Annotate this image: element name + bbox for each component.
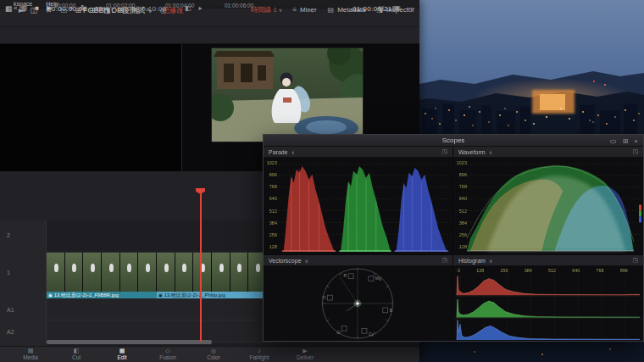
page-tab[interactable]: ▶ Deliver (286, 348, 324, 361)
scope-level-label: 640 (265, 196, 277, 201)
page-tab-label: Cut (72, 354, 80, 361)
page-tab-label: Media (23, 354, 38, 361)
track-label-a1[interactable]: A1 (7, 307, 14, 313)
vectorscope-target-mg: Mg (375, 276, 381, 281)
viewer-toolbar: ▦≣ 00:00:00:00 35%∨ 00:00:10:00 時間線 1∨ 0… (0, 27, 419, 44)
track-label-v1[interactable]: 1 (7, 270, 10, 276)
pages-bar: ▤ Media ◧ Cut ▦ Edit ◇ Fusion (0, 346, 419, 362)
histogram-title[interactable]: Histogram (458, 258, 486, 264)
vectorscope-target-r: R (344, 274, 347, 278)
clip-name-bar: ▣ 13.哈比剪(2-2)-2_F9B8R.jpg (47, 292, 157, 298)
expand-icon[interactable]: ◳ (632, 257, 638, 264)
scope-level-label: 896 (455, 172, 467, 177)
image-clip-icon: ▣ (48, 292, 53, 298)
panel-button-label: Mixer (300, 6, 317, 14)
window-control-icon[interactable]: ▭ (610, 137, 617, 145)
clip-name: 13.哈比剪(2-2)-2_F9B8R.jpg (54, 292, 119, 298)
vectorscope-target-yl: Yl (322, 296, 325, 300)
scopes-window-header[interactable]: Scopes ▭⊞× (264, 135, 643, 147)
scope-level-label: 1023 (455, 160, 467, 165)
scopes-window: Scopes ▭⊞× Parade ∨ ◳ (263, 134, 644, 342)
clip-thumbnail (230, 253, 249, 292)
scope-level-label: 384 (455, 220, 467, 226)
page-tab[interactable]: ◎ Color (195, 348, 232, 361)
edit-tool-icon[interactable]: ▸ (19, 6, 23, 14)
chevron-down-icon[interactable]: ∨ (305, 258, 308, 264)
histogram-header: Histogram ∨ ◳ (453, 255, 643, 266)
playhead-line[interactable] (200, 190, 202, 342)
waveform-canvas: 1023896768640512384256128 (453, 158, 643, 254)
histogram-graph (453, 266, 643, 341)
clip-thumbnail (83, 253, 102, 292)
page-tab-label: Fairlight (249, 354, 269, 361)
page-tab[interactable]: ▦ Edit (103, 348, 141, 361)
clip-thumbnail (102, 253, 120, 292)
expand-icon[interactable]: ◳ (441, 257, 447, 264)
expand-icon[interactable]: ◳ (632, 148, 638, 155)
scopes-window-icons: ▭⊞× (610, 135, 638, 147)
track-label-a2[interactable]: A2 (7, 329, 14, 335)
edit-tool-icon[interactable]: ◫ (31, 6, 38, 14)
page-tab[interactable]: ♪ Fairlight (241, 348, 278, 361)
timeline-scrollbar[interactable] (47, 340, 212, 344)
page-tab-icon: ▦ (119, 348, 125, 354)
clip-thumbnails (47, 253, 157, 292)
scope-level-label: 256 (265, 232, 277, 237)
scope-level-label: 128 (265, 244, 277, 249)
parade-header: Parade ∨ ◳ (264, 147, 452, 158)
scope-level-label: 256 (455, 232, 467, 237)
parade-title[interactable]: Parade (269, 149, 288, 155)
transport-option-icon[interactable]: ▦ (391, 4, 398, 12)
chevron-down-icon[interactable]: ∨ (489, 258, 492, 264)
window-control-icon[interactable]: × (634, 137, 638, 145)
panel-button-icon: ≡ (292, 6, 297, 14)
vectorscope-title[interactable]: Vectorscope (269, 258, 302, 264)
scope-level-label: 768 (596, 268, 603, 273)
image-clip-icon: ▣ (158, 292, 163, 298)
page-tab[interactable]: ◇ Fusion (149, 348, 186, 361)
clip-thumbnail (212, 253, 230, 292)
panel-button[interactable]: ≡ Mixer (292, 6, 316, 14)
waveform-title[interactable]: Waveform (458, 149, 486, 155)
page-tab-label: Deliver (297, 354, 314, 361)
parade-scope: Parade ∨ ◳ (264, 147, 453, 255)
waveform-scope-graph (453, 158, 643, 254)
scope-level-label: 128 (455, 244, 467, 249)
ruler-timecode-label: 01:00:00:00 (47, 3, 106, 8)
preview-frame-image (212, 48, 363, 142)
scope-level-label: 896 (265, 172, 277, 177)
viewer-tool-icon[interactable]: ▦ (5, 4, 13, 13)
vectorscope: Vectorscope ∨ ◳ (264, 255, 453, 341)
ruler-labels: 01:00:00:0001:00:02:0001:00:04:0001:00:0… (47, 3, 284, 8)
page-tab-icon: ♪ (258, 348, 261, 354)
transport-button-icon[interactable]: « (14, 4, 17, 12)
histogram-level-labels: 0128256384512640768896 (458, 268, 628, 273)
page-tab[interactable]: ◧ Cut (58, 348, 95, 361)
scope-level-label: 0 (458, 268, 460, 273)
chevron-down-icon[interactable]: ∨ (291, 149, 295, 155)
window-control-icon[interactable]: ⊞ (623, 137, 629, 145)
scope-level-label: 512 (455, 209, 467, 214)
timeline-clip[interactable]: ▣ 13.哈比剪(2-2)-2_F9B8R.jpg (47, 253, 157, 298)
parade-canvas: 1023896768640512384256128 (264, 158, 452, 254)
scopes-window-title: Scopes (264, 135, 643, 146)
track-label-v2[interactable]: 2 (7, 232, 10, 238)
vectorscope-graph: R Mg B Yl G Cy (264, 266, 452, 341)
timeline-clip[interactable]: ▣ 13.哈比剪(2-2)-2_Philip.jpg (157, 253, 267, 298)
transport-option-icon[interactable]: ⋯ (406, 4, 413, 12)
chevron-down-icon[interactable]: ∨ (489, 149, 492, 155)
playhead-handle[interactable] (196, 188, 205, 194)
scope-level-label: 128 (476, 268, 484, 273)
clip-thumbnail (138, 253, 157, 292)
screen: kspaceHelp ◧▥ FOBBR DP後測試 已修改 ≡ Mixer ▤ … (0, 0, 644, 362)
clip-name-bar: ▣ 13.哈比剪(2-2)-2_Philip.jpg (157, 292, 267, 298)
expand-icon[interactable]: ◳ (441, 148, 447, 155)
waveform-scope: Waveform ∨ ◳ (453, 147, 643, 255)
scope-level-label: 768 (265, 184, 277, 189)
page-tab-label: Fusion (159, 354, 176, 361)
page-tab[interactable]: ▤ Media (12, 348, 49, 361)
scope-level-label: 384 (525, 268, 532, 273)
scope-level-label: 512 (265, 209, 277, 214)
transport-option-icon[interactable]: ▤ (378, 4, 385, 12)
scope-level-label: 1023 (265, 160, 277, 165)
